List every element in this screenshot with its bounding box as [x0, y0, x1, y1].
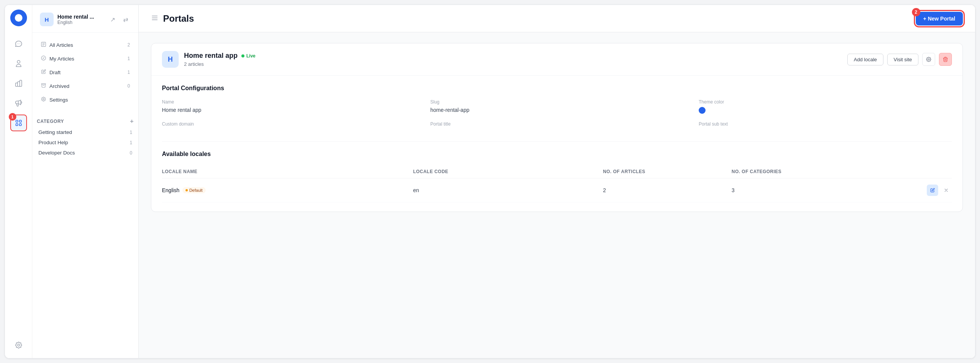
- default-dot: [186, 189, 188, 191]
- portal-card-header: H Home rental app Live 2 articles: [151, 43, 963, 76]
- archived-count: 0: [127, 83, 130, 89]
- new-portal-btn-wrapper: 2 + New Portal: [916, 12, 963, 26]
- draft-label: Draft: [49, 70, 60, 75]
- top-bar: Portals 2 + New Portal: [139, 5, 975, 32]
- locale-edit-button[interactable]: [927, 184, 938, 196]
- no-categories-header: No. of categories: [732, 169, 916, 174]
- archived-label: Archived: [49, 83, 70, 89]
- locale-articles-count: 2: [603, 187, 725, 193]
- sidebar-nav: All Articles 2 My Articles 1 Draft 1: [32, 33, 138, 112]
- app-logo[interactable]: [10, 10, 27, 26]
- developer-docs-label: Developer Docs: [38, 150, 75, 156]
- icon-rail: 1: [5, 5, 32, 358]
- refresh-icon[interactable]: ⇄: [120, 14, 131, 25]
- sidebar-item-getting-started[interactable]: Getting started 1: [34, 127, 137, 138]
- portal-card: H Home rental app Live 2 articles: [151, 43, 963, 212]
- config-grid: Name Home rental app Slug home-rental-ap…: [162, 99, 952, 129]
- add-locale-button[interactable]: Add locale: [847, 54, 883, 66]
- portal-header-actions: Add locale Visit site: [847, 53, 952, 66]
- portal-avatar: H: [162, 51, 179, 68]
- config-portal-sub-text-label: Portal sub text: [699, 122, 952, 127]
- rail-icon-contacts[interactable]: [10, 55, 27, 72]
- all-articles-count: 2: [127, 42, 130, 48]
- config-custom-domain: Custom domain: [162, 122, 415, 129]
- archived-icon: [41, 83, 46, 90]
- expand-icon[interactable]: ↗: [107, 14, 118, 25]
- live-badge: Live: [242, 53, 255, 59]
- config-portal-sub-text: Portal sub text: [699, 122, 952, 129]
- developer-docs-count: 0: [130, 150, 132, 156]
- sidebar-item-developer-docs[interactable]: Developer Docs 0: [34, 148, 137, 158]
- config-name-value: Home rental app: [162, 107, 415, 113]
- config-portal-title: Portal title: [430, 122, 684, 129]
- portals-badge: 1: [9, 113, 16, 121]
- sidebar-header: H Home rental ... English ↗ ⇄: [32, 5, 138, 33]
- settings-label: Settings: [49, 97, 68, 103]
- portal-name: Home rental app: [184, 52, 238, 60]
- add-category-icon[interactable]: +: [130, 118, 134, 125]
- theme-color-dot: [699, 107, 706, 114]
- category-section-header: Category +: [32, 112, 138, 127]
- config-slug: Slug home-rental-app: [430, 99, 684, 114]
- rail-icon-chat[interactable]: [10, 35, 27, 52]
- config-theme-color: Theme color: [699, 99, 952, 114]
- config-name-label: Name: [162, 99, 415, 105]
- my-articles-count: 1: [127, 56, 130, 61]
- default-label: Default: [189, 188, 203, 192]
- sidebar-project-lang: English: [57, 20, 103, 25]
- portal-articles-count: 2 articles: [184, 61, 842, 67]
- visit-site-button[interactable]: Visit site: [887, 54, 918, 66]
- live-dot: [242, 54, 245, 58]
- getting-started-count: 1: [130, 130, 132, 135]
- product-help-count: 1: [130, 140, 132, 146]
- sidebar: H Home rental ... English ↗ ⇄ All Articl…: [32, 5, 139, 358]
- rail-icon-analytics[interactable]: [10, 75, 27, 92]
- draft-icon: [41, 69, 46, 76]
- menu-icon[interactable]: [151, 14, 159, 23]
- config-theme-color-label: Theme color: [699, 99, 952, 105]
- locales-title: Available locales: [162, 151, 952, 158]
- locale-actions: [921, 184, 952, 196]
- config-slug-value: home-rental-app: [430, 107, 684, 113]
- my-articles-label: My Articles: [49, 56, 74, 62]
- all-articles-icon: [41, 42, 46, 48]
- sidebar-item-product-help[interactable]: Product Help 1: [34, 138, 137, 148]
- portal-body: Portal Configurations Name Home rental a…: [151, 76, 963, 211]
- content-area: H Home rental app Live 2 articles: [139, 32, 975, 358]
- sidebar-item-draft[interactable]: Draft 1: [37, 66, 134, 78]
- sidebar-item-archived[interactable]: Archived 0: [37, 80, 134, 92]
- settings-icon: [41, 96, 46, 103]
- locale-name: English: [162, 187, 180, 193]
- divider: [162, 141, 952, 142]
- product-help-label: Product Help: [38, 140, 68, 146]
- live-label: Live: [246, 53, 255, 59]
- new-portal-button[interactable]: + New Portal: [916, 12, 963, 26]
- locale-code-value: en: [413, 187, 597, 193]
- no-articles-header: No. of articles: [603, 169, 725, 174]
- all-articles-label: All Articles: [49, 42, 73, 48]
- new-portal-badge: 2: [912, 8, 920, 16]
- portal-name-row: Home rental app Live: [184, 52, 842, 60]
- locale-row-english: English Default en 2 3: [162, 179, 952, 202]
- config-portal-title-label: Portal title: [430, 122, 684, 127]
- locale-delete-button[interactable]: [940, 184, 952, 196]
- portal-settings-icon-btn[interactable]: [922, 53, 935, 66]
- sidebar-item-my-articles[interactable]: My Articles 1: [37, 53, 134, 65]
- locale-name-header: Locale name: [162, 169, 407, 174]
- getting-started-label: Getting started: [38, 130, 72, 135]
- locales-header: Locale name Locale code No. of articles …: [162, 165, 952, 179]
- rail-icon-campaigns[interactable]: [10, 95, 27, 112]
- config-name: Name Home rental app: [162, 99, 415, 114]
- locales-section: Available locales Locale name Locale cod…: [162, 151, 952, 202]
- portal-header-info: Home rental app Live 2 articles: [184, 52, 842, 67]
- default-badge: Default: [183, 187, 206, 193]
- sidebar-item-all-articles[interactable]: All Articles 2: [37, 39, 134, 51]
- sidebar-title-block: Home rental ... English: [57, 14, 103, 25]
- rail-icon-settings[interactable]: [10, 337, 27, 353]
- sidebar-project-name: Home rental ...: [57, 14, 103, 20]
- config-slug-label: Slug: [430, 99, 684, 105]
- locale-code-header: Locale code: [413, 169, 597, 174]
- portal-delete-icon-btn[interactable]: [939, 53, 952, 66]
- sidebar-item-settings[interactable]: Settings: [37, 94, 134, 106]
- locale-actions-header: [921, 169, 952, 174]
